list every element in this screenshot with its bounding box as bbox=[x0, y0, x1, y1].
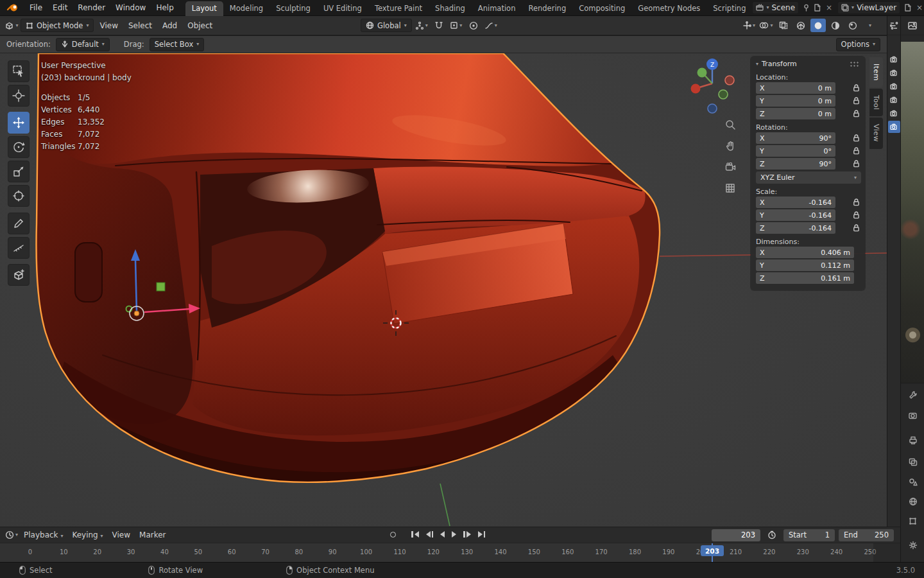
camera-toggle-icon-active[interactable] bbox=[888, 121, 900, 133]
outliner-header[interactable] bbox=[887, 16, 900, 35]
zoom-icon[interactable] bbox=[723, 118, 737, 132]
lock-icon[interactable] bbox=[853, 147, 860, 155]
tab-geometry-nodes[interactable]: Geometry Nodes bbox=[631, 1, 706, 16]
panel-collapse-icon[interactable]: ▾ bbox=[756, 62, 758, 67]
menu-view-timeline[interactable]: View bbox=[108, 530, 135, 539]
shading-dropdown[interactable]: ▾ bbox=[862, 19, 878, 32]
proportional-falloff-dropdown[interactable]: ▾ bbox=[483, 19, 499, 32]
axis-y-neg-ball[interactable] bbox=[719, 90, 728, 99]
tool-orientation-dropdown[interactable]: Default ▾ bbox=[56, 38, 110, 51]
snap-settings-dropdown[interactable]: ▾ bbox=[449, 19, 464, 32]
drag-mode-dropdown[interactable]: Select Box ▾ bbox=[150, 38, 205, 51]
navigation-axis-gizmo[interactable]: Z bbox=[690, 55, 736, 114]
xray-toggle[interactable] bbox=[776, 19, 791, 32]
transform-panel-header[interactable]: ▾ Transform bbox=[751, 57, 865, 71]
rotation-z-field[interactable]: Z90° bbox=[756, 158, 835, 170]
jump-to-end-button[interactable] bbox=[475, 529, 488, 539]
menu-add[interactable]: Add bbox=[158, 21, 182, 30]
shading-wireframe-button[interactable] bbox=[793, 19, 809, 32]
tab-uv-editing[interactable]: UV Editing bbox=[317, 1, 368, 16]
shading-rendered-button[interactable] bbox=[845, 19, 860, 32]
rotation-mode-dropdown[interactable]: XYZ Euler ▾ bbox=[756, 171, 861, 184]
properties-tab-viewlayer-icon[interactable] bbox=[901, 454, 924, 469]
shading-material-button[interactable] bbox=[828, 19, 843, 32]
lock-icon[interactable] bbox=[853, 224, 860, 232]
new-scene-icon[interactable] bbox=[814, 4, 821, 12]
dimensions-y-field[interactable]: Y0.112 m bbox=[756, 259, 854, 271]
properties-tab-scene-icon[interactable] bbox=[901, 474, 924, 489]
jump-to-start-button[interactable] bbox=[409, 529, 422, 539]
camera-toggle-icon[interactable] bbox=[888, 80, 900, 92]
tool-select-box[interactable] bbox=[8, 60, 30, 82]
rotation-x-field[interactable]: X90° bbox=[756, 132, 835, 144]
sidebar-tab-item[interactable]: Item bbox=[869, 57, 883, 87]
tab-layout[interactable]: Layout bbox=[185, 1, 223, 16]
scale-x-field[interactable]: X-0.164 bbox=[756, 197, 835, 208]
tool-rotate[interactable] bbox=[8, 136, 30, 158]
shading-solid-button[interactable] bbox=[810, 19, 826, 32]
viewlayer-selector[interactable]: ▾ ViewLayer bbox=[837, 1, 900, 14]
lock-icon[interactable] bbox=[853, 211, 860, 219]
menu-marker[interactable]: Marker bbox=[135, 530, 170, 539]
properties-tab-object-icon[interactable] bbox=[901, 513, 924, 529]
camera-toggle-icon[interactable] bbox=[888, 94, 900, 106]
snap-toggle[interactable] bbox=[431, 19, 447, 32]
pin-icon[interactable] bbox=[803, 4, 810, 12]
blender-logo-icon[interactable] bbox=[6, 3, 19, 13]
auto-key-button[interactable] bbox=[388, 530, 398, 539]
axis-x-neg-ball[interactable] bbox=[725, 76, 734, 85]
menu-render[interactable]: Render bbox=[73, 0, 110, 16]
menu-edit[interactable]: Edit bbox=[47, 0, 73, 16]
tool-annotate[interactable] bbox=[8, 213, 30, 234]
location-z-field[interactable]: Z0 m bbox=[756, 108, 835, 119]
lock-icon[interactable] bbox=[853, 198, 860, 206]
viewport-3d[interactable]: User Perspective (203) backround | body … bbox=[0, 53, 887, 527]
tab-shading[interactable]: Shading bbox=[429, 1, 472, 16]
axis-x-ball[interactable] bbox=[691, 84, 701, 94]
axis-z-neg-ball[interactable] bbox=[708, 104, 717, 113]
tool-add-cube[interactable] bbox=[8, 264, 30, 286]
sidebar-tab-view[interactable]: View bbox=[869, 118, 883, 148]
show-gizmo-dropdown[interactable]: ▾ bbox=[741, 19, 757, 32]
next-keyframe-button[interactable] bbox=[461, 529, 474, 539]
menu-keying[interactable]: Keying ▾ bbox=[67, 530, 107, 539]
menu-select[interactable]: Select bbox=[124, 21, 157, 30]
location-y-field[interactable]: Y0 m bbox=[756, 95, 835, 107]
properties-tab-render-icon[interactable] bbox=[901, 408, 924, 423]
camera-toggle-icon[interactable] bbox=[888, 67, 900, 79]
menu-help[interactable]: Help bbox=[151, 0, 178, 16]
tab-rendering[interactable]: Rendering bbox=[522, 1, 572, 16]
proportional-edit-toggle[interactable] bbox=[466, 19, 481, 32]
toggle-ortho-icon[interactable] bbox=[723, 181, 737, 195]
camera-toggle-icon[interactable] bbox=[888, 53, 900, 66]
scale-z-field[interactable]: Z-0.164 bbox=[756, 222, 835, 234]
tab-texture-paint[interactable]: Texture Paint bbox=[368, 1, 429, 16]
scale-y-field[interactable]: Y-0.164 bbox=[756, 209, 835, 221]
tool-measure[interactable] bbox=[8, 237, 30, 259]
lock-icon[interactable] bbox=[853, 84, 860, 92]
tool-cursor[interactable] bbox=[8, 85, 30, 107]
rotation-y-field[interactable]: Y0° bbox=[756, 145, 835, 157]
tab-sculpting[interactable]: Sculpting bbox=[270, 1, 317, 16]
tab-modeling[interactable]: Modeling bbox=[223, 1, 270, 16]
pan-hand-icon[interactable] bbox=[723, 139, 737, 153]
tool-transform[interactable] bbox=[8, 185, 30, 207]
tab-compositing[interactable]: Compositing bbox=[572, 1, 631, 16]
sidebar-tab-tool[interactable]: Tool bbox=[869, 89, 883, 116]
panel-grip-icon[interactable] bbox=[850, 61, 860, 67]
start-frame-field[interactable]: Start 1 bbox=[783, 529, 835, 541]
properties-tab-tool-icon[interactable] bbox=[901, 387, 924, 403]
menu-window[interactable]: Window bbox=[110, 0, 151, 16]
prev-keyframe-button[interactable] bbox=[424, 529, 436, 539]
axis-y-ball[interactable] bbox=[697, 68, 707, 78]
menu-file[interactable]: File bbox=[24, 0, 47, 16]
end-frame-field[interactable]: End 250 bbox=[839, 529, 894, 541]
dimensions-z-field[interactable]: Z0.161 m bbox=[756, 272, 854, 284]
unlink-scene-icon[interactable]: × bbox=[825, 3, 834, 12]
use-preview-range-icon[interactable] bbox=[764, 529, 780, 542]
pivot-point-dropdown[interactable]: ▾ bbox=[414, 19, 429, 32]
location-x-field[interactable]: X0 m bbox=[756, 82, 835, 94]
properties-tab-output-icon[interactable] bbox=[901, 432, 924, 448]
tool-scale[interactable] bbox=[8, 161, 30, 182]
dimensions-x-field[interactable]: X0.406 m bbox=[756, 247, 854, 258]
